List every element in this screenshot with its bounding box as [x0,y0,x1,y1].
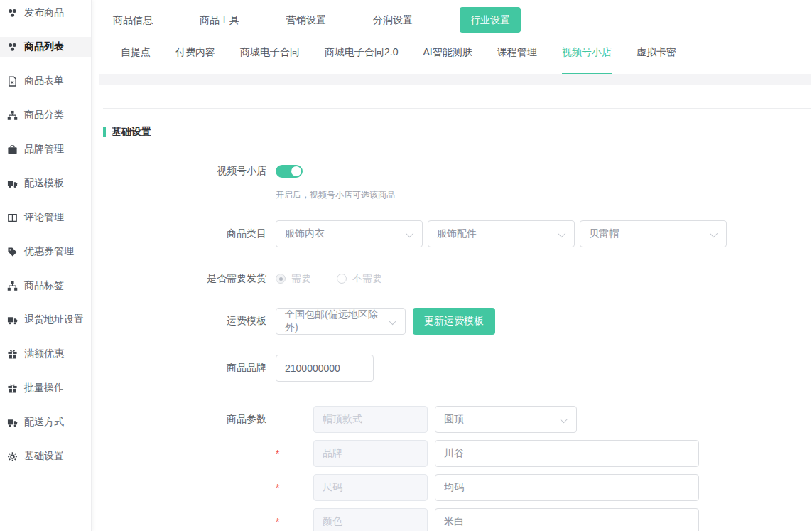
secondary-tabs: 自提点 付费内容 商城电子合同 商城电子合同2.0 AI智能测肤 课程管理 视频… [99,33,811,74]
radio-label-no: 不需要 [352,272,382,285]
freight-template-select[interactable]: 全国包邮(偏远地区除外) [276,308,406,335]
settings-form: 视频号小店 开启后，视频号小店可选该商品 商品类目 服饰内衣 [99,163,811,531]
need-shipping-label: 是否需要发货 [99,272,266,285]
columns-icon [7,213,18,223]
sidebar-item-label: 发布商品 [24,6,64,19]
required-marker: * [276,448,313,459]
subtab-course-management[interactable]: 课程管理 [497,33,537,74]
sitemap-icon [7,281,18,291]
category-select-level2[interactable]: 服饰配件 [428,220,575,247]
channel-toggle-label: 视频号小店 [99,165,266,178]
sidebar-item-goods-form[interactable]: 商品表单 [0,71,91,91]
freight-template-value: 全国包邮(偏远地区除外) [285,309,385,334]
brand-input[interactable] [276,355,374,382]
subtab-paid-content[interactable]: 付费内容 [175,33,215,74]
sidebar-item-goods-category[interactable]: 商品分类 [0,105,91,125]
chevron-down-icon [710,230,718,237]
update-freight-template-button[interactable]: 更新运费模板 [413,308,495,335]
sidebar-item-label: 满额优惠 [24,348,64,360]
subtab-mall-econtract-2[interactable]: 商城电子合同2.0 [325,33,398,74]
sidebar-item-review-management[interactable]: 评论管理 [0,208,91,227]
primary-tabs: 商品信息 商品工具 营销设置 分润设置 行业设置 [99,0,811,33]
radio-dot [279,277,283,281]
sidebar-item-goods-list[interactable]: 商品列表 [0,37,91,57]
tab-profit-settings[interactable]: 分润设置 [373,7,413,33]
sidebar-item-label: 品牌管理 [24,143,64,156]
chevron-down-icon [389,317,396,325]
param-name-input [313,406,428,433]
toggle-knob [291,166,301,176]
gift-icon [7,349,18,360]
param-value-input[interactable] [435,474,699,501]
category-select-value: 服饰配件 [437,227,477,240]
param-value-input[interactable] [435,440,699,467]
sidebar-item-label: 评论管理 [24,211,64,224]
sidebar-item-label: 配送方式 [24,416,64,429]
sidebar-item-batch-operations[interactable]: 批量操作 [0,378,91,398]
sidebar-item-label: 商品分类 [24,109,64,122]
goods-cluster-icon [7,42,18,53]
sidebar-item-label: 退货地址设置 [24,313,84,326]
tab-product-info[interactable]: 商品信息 [113,7,153,33]
briefcase-icon [7,144,18,155]
settings-content: 基础设置 视频号小店 开启后，视频号小店可选该商品 商品类目 [99,108,811,531]
params-label: 商品参数 [99,413,266,426]
subtab-ai-skin-test[interactable]: AI智能测肤 [423,33,472,74]
sidebar: 发布商品 商品列表 商品表单 商品分类 品牌管理 配送模板 评论管理 优惠券管 [0,0,92,531]
tab-product-tools[interactable]: 商品工具 [200,7,239,33]
param-value: 圆顶 [444,413,464,426]
tab-industry-settings[interactable]: 行业设置 [460,7,521,33]
sidebar-item-basic-settings[interactable]: 基础设置 [0,446,91,466]
gear-icon [7,451,18,462]
section-title-text: 基础设置 [112,126,151,139]
tag-icon [7,247,18,257]
category-label: 商品类目 [99,227,266,240]
param-value-input[interactable] [435,508,699,531]
admin-goods-settings-page: 发布商品 商品列表 商品表单 商品分类 品牌管理 配送模板 评论管理 优惠券管 [0,0,812,531]
sidebar-item-label: 批量操作 [24,382,64,395]
sidebar-item-label: 优惠券管理 [24,245,74,258]
chevron-down-icon [406,230,413,237]
section-title: 基础设置 [103,126,811,138]
subtab-self-pickup[interactable]: 自提点 [121,33,151,74]
sitemap-icon [7,110,18,121]
param-name-input [313,474,428,501]
sidebar-item-label: 商品标签 [24,279,64,292]
sidebar-item-delivery-template[interactable]: 配送模板 [0,173,91,193]
viewport-edge-line [811,0,811,531]
tab-marketing-settings[interactable]: 营销设置 [286,7,326,33]
sidebar-item-return-address[interactable]: 退货地址设置 [0,310,91,330]
param-value-select[interactable]: 圆顶 [435,406,577,433]
radio-need-shipping-yes[interactable] [276,274,286,284]
category-select-value: 贝雷帽 [589,227,619,240]
sidebar-item-publish-goods[interactable]: 发布商品 [0,3,91,23]
sidebar-item-coupon-management[interactable]: 优惠券管理 [0,242,91,262]
radio-need-shipping-no[interactable] [337,274,347,284]
sidebar-item-full-discount[interactable]: 满额优惠 [0,344,91,364]
channel-toggle-help: 开启后，视频号小店可选该商品 [276,189,395,201]
category-select-level3[interactable]: 贝雷帽 [580,220,727,247]
file-icon [7,76,18,87]
required-marker: * [276,482,313,493]
required-marker: * [276,516,313,527]
gift-icon [7,383,18,394]
channel-shop-toggle[interactable] [276,165,303,178]
truck-icon [7,315,18,326]
chevron-down-icon [558,230,565,237]
section-spacer [99,74,811,85]
sidebar-item-delivery-method[interactable]: 配送方式 [0,412,91,432]
sidebar-item-goods-tags[interactable]: 商品标签 [0,276,91,296]
brand-label: 商品品牌 [99,362,266,375]
sidebar-item-brand-management[interactable]: 品牌管理 [0,139,91,159]
sidebar-item-label: 商品表单 [24,75,64,87]
subtab-wechat-channels-shop[interactable]: 视频号小店 [562,33,612,74]
category-select-level1[interactable]: 服饰内衣 [276,220,423,247]
param-name-input [313,508,428,531]
divider [103,108,811,109]
subtab-mall-econtract[interactable]: 商城电子合同 [240,33,300,74]
section-accent-bar [103,127,106,137]
subtab-virtual-card[interactable]: 虚拟卡密 [637,33,676,74]
truck-icon [7,178,18,189]
category-select-value: 服饰内衣 [285,227,325,240]
chevron-down-icon [560,415,568,423]
